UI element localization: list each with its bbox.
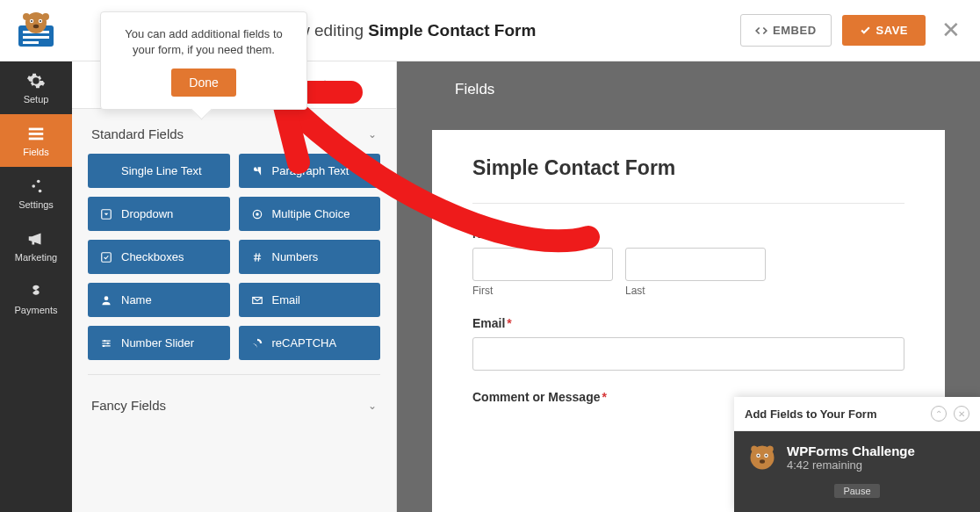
check-square-icon (100, 251, 112, 263)
svg-rect-21 (102, 252, 112, 262)
sidebar-item-payments[interactable]: Payments (0, 272, 72, 325)
sidebar-item-fields[interactable]: Fields (0, 114, 72, 167)
standard-fields-grid: Single Line Text Paragraph Text Dropdown… (72, 154, 396, 369)
required-asterisk: * (507, 316, 511, 330)
list-icon (26, 124, 46, 143)
wpforms-logo-icon (15, 10, 57, 52)
field-number-slider[interactable]: Number Slider (88, 326, 230, 360)
challenge-widget: Add Fields to Your Form ⌃ ✕ WPForms Chal… (734, 397, 980, 512)
field-checkboxes[interactable]: Checkboxes (88, 240, 230, 274)
check-icon (860, 25, 871, 36)
field-recaptcha[interactable]: reCAPTCHA (239, 326, 381, 360)
svg-rect-12 (29, 128, 44, 131)
field-label: Email* (472, 316, 904, 330)
svg-point-16 (32, 184, 35, 188)
fields-panel: Add Fields ⌄ Field Options › Standard Fi… (72, 61, 397, 512)
svg-point-9 (33, 24, 39, 27)
required-asterisk: * (508, 227, 512, 241)
standard-fields-header[interactable]: Standard Fields ⌄ (72, 109, 396, 154)
svg-point-26 (103, 344, 104, 346)
challenge-time: 4:42 remaining (787, 458, 915, 472)
chevron-right-icon: › (353, 80, 357, 90)
wpforms-mascot-icon (746, 442, 778, 473)
editing-form-name: Simple Contact Form (368, 21, 536, 40)
svg-rect-13 (29, 133, 44, 135)
svg-point-33 (751, 446, 758, 453)
chevron-down-icon: ⌄ (368, 400, 377, 412)
field-paragraph-text[interactable]: Paragraph Text (239, 154, 381, 188)
svg-rect-2 (23, 36, 49, 39)
recaptcha-icon (251, 337, 263, 350)
svg-point-34 (767, 446, 774, 453)
svg-point-25 (107, 342, 109, 343)
field-single-line-text[interactable]: Single Line Text (88, 154, 230, 188)
challenge-header: Add Fields to Your Form ⌃ ✕ (734, 397, 980, 431)
left-sidebar: Setup Fields Settings Marketing Payments (0, 61, 72, 512)
svg-point-17 (39, 190, 42, 193)
envelope-icon (251, 294, 263, 306)
form-title: Simple Contact Form (472, 156, 904, 180)
svg-point-24 (104, 339, 105, 341)
gear-icon (26, 71, 46, 90)
field-numbers[interactable]: Numbers (239, 240, 381, 274)
svg-point-20 (256, 213, 259, 216)
header-actions: EMBED SAVE ✕ (740, 14, 980, 47)
chevron-down-icon: ⌄ (368, 128, 377, 141)
first-sublabel: First (472, 285, 613, 297)
required-asterisk: * (602, 390, 606, 404)
embed-button[interactable]: EMBED (740, 14, 831, 47)
form-field-name[interactable]: Name* First Last (472, 227, 904, 297)
code-icon (755, 25, 767, 37)
sliders-icon (26, 177, 46, 196)
last-sublabel: Last (625, 285, 766, 297)
save-button[interactable]: SAVE (842, 15, 926, 46)
close-icon[interactable]: ✕ (954, 406, 969, 422)
svg-point-32 (760, 459, 765, 464)
preview-panel-label: Fields (432, 65, 517, 111)
caret-square-icon (100, 208, 112, 220)
field-email[interactable]: Email (239, 283, 381, 317)
svg-point-31 (766, 455, 767, 457)
user-icon (100, 294, 112, 306)
hash-icon (251, 251, 263, 263)
brand-logo (0, 0, 72, 61)
field-dropdown[interactable]: Dropdown (88, 197, 230, 231)
challenge-body: WPForms Challenge 4:42 remaining Pause (734, 431, 980, 512)
svg-point-7 (31, 20, 32, 22)
dollar-icon (26, 282, 46, 301)
onboarding-popover: You can add additional fields to your fo… (100, 11, 307, 110)
svg-point-8 (40, 20, 41, 22)
popover-done-button[interactable]: Done (171, 69, 235, 97)
paragraph-icon (251, 165, 263, 177)
field-label: Name* (472, 227, 904, 241)
svg-rect-3 (23, 41, 39, 44)
fancy-fields-header[interactable]: Fancy Fields ⌄ (72, 380, 396, 425)
svg-point-11 (42, 13, 49, 20)
close-icon[interactable]: ✕ (941, 17, 961, 44)
text-icon (100, 165, 112, 177)
challenge-title: WPForms Challenge (787, 443, 915, 458)
bullhorn-icon (26, 229, 46, 249)
challenge-step-label: Add Fields to Your Form (745, 407, 876, 421)
sidebar-item-setup[interactable]: Setup (0, 61, 72, 114)
sidebar-item-settings[interactable]: Settings (0, 167, 72, 220)
last-name-input[interactable] (625, 248, 766, 281)
divider (472, 203, 904, 204)
svg-point-30 (758, 455, 760, 457)
minimize-icon[interactable]: ⌃ (931, 406, 947, 422)
radio-icon (251, 208, 263, 220)
divider (88, 374, 380, 375)
form-field-email[interactable]: Email* (472, 316, 904, 371)
field-multiple-choice[interactable]: Multiple Choice (239, 197, 381, 231)
first-name-input[interactable] (472, 248, 613, 281)
popover-text: You can add additional fields to your fo… (117, 26, 291, 58)
challenge-pause-button[interactable]: Pause (834, 484, 879, 498)
svg-point-10 (23, 13, 30, 20)
email-input[interactable] (472, 337, 904, 371)
svg-point-22 (104, 296, 109, 300)
svg-point-15 (37, 180, 40, 184)
sidebar-item-marketing[interactable]: Marketing (0, 220, 72, 272)
slider-icon (100, 337, 112, 350)
svg-rect-14 (29, 138, 44, 141)
field-name[interactable]: Name (88, 283, 230, 317)
